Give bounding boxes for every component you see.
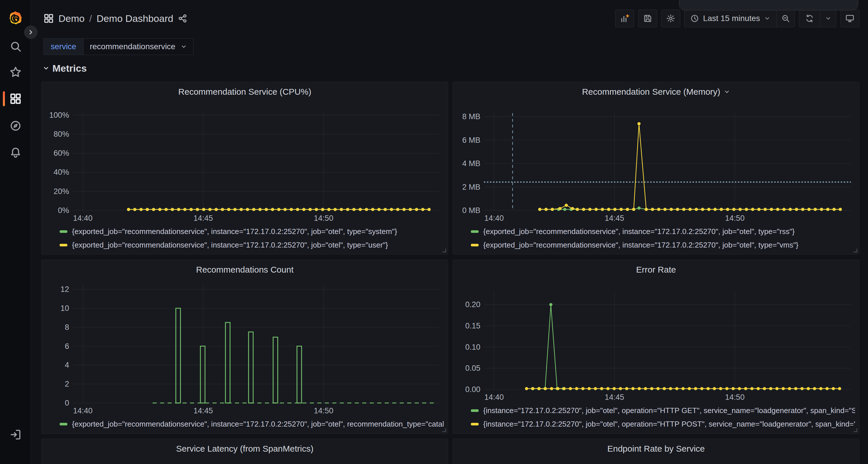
refresh-interval-dropdown[interactable]	[820, 10, 836, 27]
panel-title-text: Recommendation Service (Memory)	[582, 87, 720, 97]
legend-label: {exported_job="recommendationservice", i…	[483, 241, 798, 250]
kiosk-mode-button[interactable]	[840, 9, 859, 27]
panel-title-text: Endpoint Rate by Service	[608, 444, 705, 454]
memory-chart[interactable]: 0 MB2 MB4 MB6 MB8 MB14:4014:4514:50	[457, 98, 856, 224]
sidebar-item-sign-in[interactable]	[0, 424, 31, 445]
cpu-chart[interactable]: 0%20%40%60%80%100%14:4014:4514:50	[46, 98, 444, 224]
legend-item[interactable]: {exported_job="recommendationservice", i…	[471, 225, 855, 238]
panel-title-cpu[interactable]: Recommendation Service (CPU%)	[46, 86, 444, 98]
svg-text:2: 2	[65, 380, 69, 388]
panel-resize-handle[interactable]	[854, 249, 857, 253]
error-rate-chart[interactable]: 0.000.050.100.150.2014:4014:4514:50	[457, 276, 856, 403]
panel-resize-handle[interactable]	[854, 428, 857, 432]
legend-item[interactable]: {exported_job="recommendationservice", i…	[60, 238, 444, 252]
svg-text:14:40: 14:40	[73, 406, 93, 415]
panel-title-service-latency[interactable]: Service Latency (from SpanMetrics)	[46, 442, 444, 455]
cpu-legend: {exported_job="recommendationservice", i…	[46, 224, 444, 254]
svg-text:14:45: 14:45	[605, 214, 624, 223]
zoom-out-icon	[781, 14, 790, 23]
panel-menu-chevron-icon	[724, 89, 730, 95]
search-icon	[9, 40, 22, 53]
panel-resize-handle[interactable]	[442, 428, 446, 432]
svg-text:0.05: 0.05	[465, 364, 480, 372]
legend-label: {exported_job="recommendationservice", i…	[72, 420, 444, 429]
legend-swatch	[471, 244, 478, 246]
legend-swatch	[60, 423, 67, 425]
svg-text:14:40: 14:40	[485, 214, 504, 223]
active-indicator	[3, 91, 5, 106]
refresh-icon	[805, 14, 814, 23]
dashboard-toolbar: Last 15 minutes	[615, 9, 859, 27]
metrics-row-toggle[interactable]: Metrics	[42, 62, 87, 74]
svg-text:8: 8	[65, 323, 69, 332]
panel-resize-handle[interactable]	[442, 249, 446, 253]
svg-text:4 MB: 4 MB	[462, 159, 480, 168]
panel-title-text: Service Latency (from SpanMetrics)	[176, 444, 314, 454]
legend-item[interactable]: {instance="172.17.0.2:25270", job="otel"…	[471, 404, 855, 418]
legend-item[interactable]: {instance="172.17.0.2:25270", job="otel"…	[471, 418, 855, 431]
svg-text:20%: 20%	[54, 187, 69, 196]
panel-title-text: Error Rate	[636, 265, 676, 275]
legend-item[interactable]: {exported_job="recommendationservice", i…	[60, 225, 444, 238]
panel-error-rate: Error Rate 0.000.050.100.150.2014:4014:4…	[453, 260, 859, 434]
gear-icon	[666, 14, 675, 23]
panel-title-text: Recommendation Service (CPU%)	[178, 87, 311, 97]
breadcrumb-separator: /	[89, 13, 92, 24]
svg-text:0.10: 0.10	[465, 343, 480, 352]
svg-text:14:50: 14:50	[725, 214, 745, 223]
svg-text:14:45: 14:45	[193, 406, 213, 415]
monitor-icon	[845, 14, 855, 23]
sidebar-item-starred[interactable]	[0, 62, 31, 82]
panel-recommendations-count: Recommendations Count 02468101214:4014:4…	[41, 260, 448, 434]
sidebar-item-search[interactable]	[0, 36, 31, 57]
dashboard-settings-button[interactable]	[661, 9, 680, 27]
chevron-down-icon	[825, 15, 831, 22]
svg-text:0.15: 0.15	[465, 322, 480, 330]
compass-icon	[9, 120, 22, 132]
panel-title-memory[interactable]: Recommendation Service (Memory)	[457, 86, 855, 98]
sidebar-item-alerting[interactable]	[0, 142, 31, 163]
legend-label: {instance="172.17.0.2:25270", job="otel"…	[483, 406, 855, 415]
add-panel-button[interactable]	[615, 9, 634, 27]
panel-title-error-rate[interactable]: Error Rate	[457, 263, 855, 276]
legend-item[interactable]: {exported_job="recommendationservice", i…	[60, 418, 444, 431]
svg-text:100%: 100%	[49, 111, 69, 120]
svg-text:14:45: 14:45	[605, 393, 624, 401]
zoom-out-time-button[interactable]	[776, 10, 795, 27]
sidebar-item-dashboards[interactable]	[0, 88, 31, 109]
panel-title-endpoint-rate[interactable]: Endpoint Rate by Service	[457, 442, 855, 455]
legend-label: {exported_job="recommendationservice", i…	[483, 227, 795, 236]
chevron-down-icon	[764, 15, 770, 22]
nav-sidebar	[0, 0, 31, 464]
refresh-dashboard-button[interactable]	[799, 10, 820, 27]
legend-swatch	[471, 423, 478, 425]
chevron-down-icon	[181, 43, 187, 50]
time-range-label: Last 15 minutes	[703, 14, 760, 23]
svg-text:14:50: 14:50	[314, 214, 334, 223]
panel-title-recommendations-count[interactable]: Recommendations Count	[46, 263, 444, 276]
recommendations-count-chart[interactable]: 02468101214:4014:4514:50	[46, 276, 444, 416]
breadcrumb-dashboard[interactable]: Demo Dashboard	[96, 13, 173, 24]
sidebar-item-explore[interactable]	[0, 115, 31, 136]
recommendations-count-legend: {exported_job="recommendationservice", i…	[46, 416, 444, 433]
variable-value-dropdown[interactable]: recommendationservice	[83, 38, 193, 55]
share-icon	[178, 14, 187, 23]
save-dashboard-button[interactable]	[638, 9, 657, 27]
svg-text:60%: 60%	[54, 149, 69, 158]
svg-text:0.00: 0.00	[465, 385, 480, 394]
chevron-down-icon	[42, 65, 50, 72]
apps-grid-icon	[43, 13, 54, 24]
share-dashboard-button[interactable]	[178, 14, 187, 23]
expand-sidebar-button[interactable]	[24, 26, 37, 39]
svg-text:0%: 0%	[58, 206, 69, 215]
legend-item[interactable]: {exported_job="recommendationservice", i…	[471, 238, 855, 252]
panel-memory: Recommendation Service (Memory) 0 MB2 MB…	[453, 82, 859, 255]
grafana-logo[interactable]	[7, 10, 24, 27]
bell-icon	[9, 146, 22, 159]
time-controls-group: Last 15 minutes	[684, 9, 795, 27]
legend-label: {instance="172.17.0.2:25270", job="otel"…	[483, 420, 855, 429]
legend-swatch	[471, 230, 478, 233]
time-range-picker[interactable]: Last 15 minutes	[685, 10, 776, 27]
breadcrumb-folder[interactable]: Demo	[58, 13, 85, 24]
dashboards-grid-icon	[9, 93, 22, 105]
